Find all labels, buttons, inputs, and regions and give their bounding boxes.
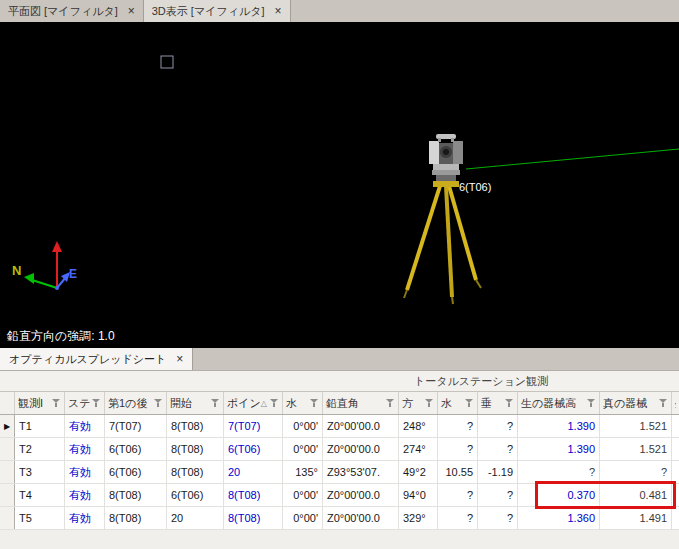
cell-point[interactable]: 20 — [224, 461, 283, 483]
cell-true-instrument-height[interactable]: 1.521 — [600, 415, 672, 437]
filter-icon[interactable] — [154, 398, 163, 408]
col-header-vertical-dist[interactable]: 垂 — [478, 392, 518, 414]
cell-point[interactable]: 8(T08) — [224, 507, 283, 529]
filter-icon[interactable] — [270, 398, 279, 408]
close-icon[interactable]: × — [176, 353, 183, 365]
filter-icon[interactable] — [92, 398, 101, 408]
cell-start[interactable]: 8(T08) — [167, 438, 224, 460]
cell-overflow[interactable] — [672, 438, 679, 460]
cell-vertical-dist[interactable]: ? — [478, 484, 518, 506]
col-header-true-instrument-height[interactable]: 真の器械 — [600, 392, 672, 414]
cell-vertical-dist[interactable]: ? — [478, 438, 518, 460]
cell-obs-id[interactable]: T5 — [15, 507, 65, 529]
cell-backsight[interactable]: 8(T08) — [105, 507, 167, 529]
table-row[interactable]: ▶ T1 有効 7(T07) 8(T08) 7(T07) 0°00' Z0°00… — [0, 415, 679, 438]
cell-vertical-angle[interactable]: Z93°53'07. — [323, 461, 399, 483]
col-header-raw-instrument-height[interactable]: 生の器械高 — [518, 392, 600, 414]
col-header-overflow[interactable]: 生 — [672, 392, 679, 414]
cell-obs-id[interactable]: T4 — [15, 484, 65, 506]
cell-raw-instrument-height[interactable]: ? — [518, 461, 600, 483]
cell-backsight[interactable]: 7(T07) — [105, 415, 167, 437]
cell-raw-instrument-height[interactable]: 1.390 — [518, 415, 600, 437]
cell-horizontal-angle[interactable]: 135° — [283, 461, 323, 483]
cell-point[interactable]: 7(T07) — [224, 415, 283, 437]
cell-true-instrument-height[interactable]: ? — [600, 461, 672, 483]
cell-azimuth[interactable]: 248° — [399, 415, 438, 437]
col-header-obs-id[interactable]: 観測I — [15, 392, 65, 414]
cell-azimuth[interactable]: 49°2 — [399, 461, 438, 483]
cell-horizontal-dist[interactable]: ? — [438, 438, 478, 460]
cell-horizontal-dist[interactable]: ? — [438, 507, 478, 529]
cell-true-instrument-height[interactable]: 0.481 — [600, 484, 672, 506]
filter-icon[interactable] — [52, 398, 61, 408]
filter-icon[interactable] — [465, 398, 474, 408]
cell-raw-instrument-height[interactable]: 1.360 — [518, 507, 600, 529]
cell-overflow[interactable] — [672, 461, 679, 483]
cell-horizontal-dist[interactable]: ? — [438, 484, 478, 506]
table-row[interactable]: T5 有効 8(T08) 20 8(T08) 0°00' Z0°00'00.0 … — [0, 507, 679, 530]
cell-start[interactable]: 8(T08) — [167, 461, 224, 483]
close-icon[interactable]: × — [275, 5, 282, 17]
cell-horizontal-dist[interactable]: 10.55 — [438, 461, 478, 483]
cell-obs-id[interactable]: T2 — [15, 438, 65, 460]
cell-obs-id[interactable]: T3 — [15, 461, 65, 483]
table-row[interactable]: T4 有効 8(T08) 6(T06) 8(T08) 0°00' Z0°00'0… — [0, 484, 679, 507]
cell-point[interactable]: 8(T08) — [224, 484, 283, 506]
row-header[interactable] — [0, 484, 15, 506]
cell-true-instrument-height[interactable]: 1.491 — [600, 507, 672, 529]
cell-horizontal-angle[interactable]: 0°00' — [283, 484, 323, 506]
row-header[interactable] — [0, 461, 15, 483]
cell-overflow[interactable] — [672, 507, 679, 529]
sort-ascending-icon[interactable]: △ — [261, 399, 267, 408]
cell-azimuth[interactable]: 94°0 — [399, 484, 438, 506]
col-header-point[interactable]: ポイン △ — [224, 392, 283, 414]
cell-true-instrument-height[interactable]: 1.521 — [600, 438, 672, 460]
cell-horizontal-angle[interactable]: 0°00' — [283, 438, 323, 460]
cell-status[interactable]: 有効 — [65, 507, 105, 529]
cell-horizontal-angle[interactable]: 0°00' — [283, 507, 323, 529]
cell-azimuth[interactable]: 329° — [399, 507, 438, 529]
col-header-horizontal-angle[interactable]: 水 — [283, 392, 323, 414]
row-header[interactable] — [0, 438, 15, 460]
cell-backsight[interactable]: 6(T06) — [105, 461, 167, 483]
row-header[interactable] — [0, 507, 15, 529]
filter-icon[interactable] — [310, 398, 319, 408]
cell-start[interactable]: 20 — [167, 507, 224, 529]
cell-point[interactable]: 6(T06) — [224, 438, 283, 460]
cell-vertical-angle[interactable]: Z0°00'00.0 — [323, 415, 399, 437]
cell-vertical-angle[interactable]: Z0°00'00.0 — [323, 438, 399, 460]
filter-icon[interactable] — [505, 398, 514, 408]
cell-horizontal-angle[interactable]: 0°00' — [283, 415, 323, 437]
cell-status[interactable]: 有効 — [65, 438, 105, 460]
col-header-status[interactable]: ステ — [65, 392, 105, 414]
cell-start[interactable]: 8(T08) — [167, 415, 224, 437]
cell-status[interactable]: 有効 — [65, 484, 105, 506]
tab-optical-spreadsheet[interactable]: オプティカルスプレッドシート × — [0, 348, 193, 370]
filter-icon[interactable] — [386, 398, 395, 408]
filter-icon[interactable] — [211, 398, 220, 408]
tab-plan-view[interactable]: 平面図 [マイフィルタ] × — [0, 0, 144, 22]
col-header-start[interactable]: 開始 — [167, 392, 224, 414]
3d-viewport[interactable]: N E 6(T06) 鉛直方向の強調: 1.0 — [0, 22, 679, 348]
col-header-azimuth[interactable]: 方 — [399, 392, 438, 414]
col-header-backsight[interactable]: 第1の後 — [105, 392, 167, 414]
current-row-marker[interactable]: ▶ — [0, 415, 15, 437]
cell-vertical-dist[interactable]: ? — [478, 415, 518, 437]
cell-vertical-dist[interactable]: -1.19 — [478, 461, 518, 483]
filter-icon[interactable] — [659, 398, 668, 408]
filter-icon[interactable] — [587, 398, 596, 408]
cell-vertical-angle[interactable]: Z0°00'00.0 — [323, 507, 399, 529]
col-header-vertical-angle[interactable]: 鉛直角 — [323, 392, 399, 414]
cell-overflow[interactable] — [672, 415, 679, 437]
cell-obs-id[interactable]: T1 — [15, 415, 65, 437]
cell-backsight[interactable]: 8(T08) — [105, 484, 167, 506]
cell-status[interactable]: 有効 — [65, 415, 105, 437]
cell-vertical-dist[interactable]: ? — [478, 507, 518, 529]
filter-icon[interactable] — [425, 398, 434, 408]
cell-backsight[interactable]: 6(T06) — [105, 438, 167, 460]
cell-raw-instrument-height[interactable]: 1.390 — [518, 438, 600, 460]
tab-3d-view[interactable]: 3D表示 [マイフィルタ] × — [144, 0, 291, 22]
cell-raw-instrument-height[interactable]: 0.370 — [518, 484, 600, 506]
col-header-horizontal-dist[interactable]: 水 — [438, 392, 478, 414]
cell-horizontal-dist[interactable]: ? — [438, 415, 478, 437]
